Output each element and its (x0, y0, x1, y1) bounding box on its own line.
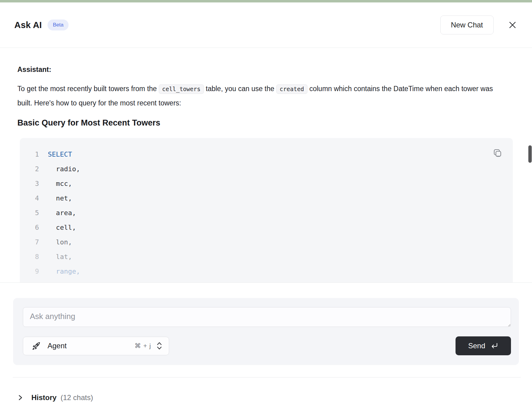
close-icon (508, 20, 517, 30)
inline-code-chip: cell_towers (159, 84, 204, 94)
top-accent-bar (0, 0, 532, 2)
code-line: 2 radio, (20, 162, 513, 176)
code-line: 6 cell, (20, 220, 513, 235)
history-label: History (31, 393, 57, 402)
line-number: 2 (20, 162, 39, 176)
send-label: Send (468, 342, 485, 350)
assistant-paragraph: To get the most recently built towers fr… (17, 82, 505, 110)
line-number: 4 (20, 191, 39, 206)
mode-selector[interactable]: Agent ⌘ + j (23, 337, 169, 355)
return-key-icon (491, 342, 498, 350)
history-toggle[interactable]: History (12 chats) (0, 393, 532, 402)
code-line: 9 range, (20, 264, 513, 279)
mode-label: Agent (48, 342, 67, 350)
line-number: 7 (20, 235, 39, 250)
code-text: lat, (39, 250, 72, 264)
code-text: range, (39, 264, 80, 279)
line-number: 9 (20, 264, 39, 279)
code-line: 3 mcc, (20, 176, 513, 191)
copy-code-button[interactable] (492, 148, 502, 158)
new-chat-button[interactable]: New Chat (440, 16, 494, 34)
paragraph-text: table, you can use the (204, 85, 276, 93)
code-line: 8 lat, (20, 250, 513, 264)
beta-badge: Beta (48, 20, 69, 30)
code-text: net, (39, 191, 72, 206)
sql-code-block: 1SELECT2 radio,3 mcc,4 net,5 area,6 cell… (20, 138, 513, 283)
code-text: mcc, (39, 176, 72, 191)
panel-header: Ask AI Beta New Chat (0, 2, 532, 48)
inline-code-chip: created (276, 84, 307, 94)
scrollbar-thumb[interactable] (528, 145, 532, 163)
line-number: 5 (20, 206, 39, 220)
line-number: 8 (20, 250, 39, 264)
code-line: 1SELECT (20, 147, 513, 162)
prompt-input[interactable] (23, 307, 511, 327)
code-line: 5 area, (20, 206, 513, 220)
close-button[interactable] (506, 18, 519, 32)
chat-message-area[interactable]: Assistant: To get the most recently buil… (0, 48, 532, 283)
send-button[interactable]: Send (456, 336, 511, 355)
code-text: cell, (39, 220, 76, 235)
chevron-up-down-icon (156, 341, 163, 350)
assistant-role-label: Assistant: (17, 66, 515, 74)
paragraph-text: To get the most recently built towers fr… (17, 85, 159, 93)
composer-panel: Agent ⌘ + j Send (13, 298, 519, 365)
history-divider (13, 377, 521, 378)
code-text: area, (39, 206, 76, 220)
code-lines: 1SELECT2 radio,3 mcc,4 net,5 area,6 cell… (20, 147, 513, 279)
line-number: 1 (20, 147, 39, 162)
code-text: SELECT (39, 147, 72, 162)
chevron-right-icon (17, 394, 23, 402)
copy-icon (492, 148, 502, 158)
page-title: Ask AI (14, 20, 42, 30)
mode-shortcut: ⌘ + j (134, 342, 151, 349)
section-heading: Basic Query for Most Recent Towers (17, 118, 515, 128)
code-text: lon, (39, 235, 72, 250)
composer-controls: Agent ⌘ + j Send (23, 336, 511, 355)
line-number: 6 (20, 220, 39, 235)
line-number: 3 (20, 176, 39, 191)
history-count: (12 chats) (61, 393, 93, 402)
rocket-icon (30, 340, 41, 351)
code-text: radio, (39, 162, 80, 176)
code-line: 7 lon, (20, 235, 513, 250)
code-line: 4 net, (20, 191, 513, 206)
